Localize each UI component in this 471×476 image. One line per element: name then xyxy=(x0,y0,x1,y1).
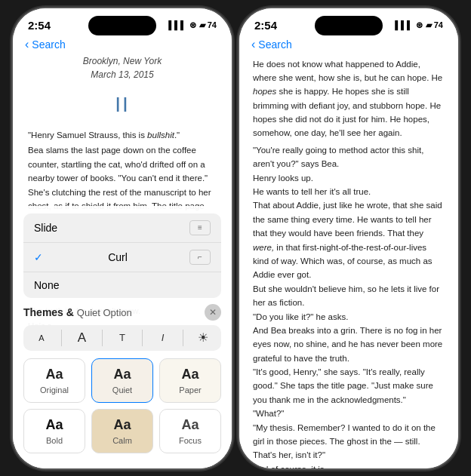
theme-focus-aa: Aa xyxy=(181,417,199,433)
book-header-line1: Brooklyn, New York xyxy=(28,54,217,69)
para-1: "Henry Samuel Strauss, this is bullshit.… xyxy=(28,128,217,142)
slide-icon: ≡ xyxy=(189,220,211,235)
right-time: 2:54 xyxy=(254,19,277,32)
left-nav-bar[interactable]: ‹ Search xyxy=(13,35,232,54)
curl-label: Curl xyxy=(108,251,128,263)
right-nav-bar[interactable]: ‹ Search xyxy=(239,35,458,54)
overlay-panel: Slide ≡ ✓ Curl ⌐ None Themes & Qui xyxy=(13,206,232,468)
font-family-icon[interactable]: T xyxy=(112,330,133,346)
font-style-icon[interactable]: I xyxy=(152,330,174,346)
right-para-3: Henry looks up. xyxy=(253,171,445,185)
right-para-6: But she wouldn't believe him, so he lets… xyxy=(253,282,445,310)
font-controls-row: A A T I ☀ xyxy=(23,325,221,351)
book-header-line2: March 13, 2015 xyxy=(28,68,217,82)
book-header: Brooklyn, New York March 13, 2015 xyxy=(28,54,217,82)
close-button[interactable]: ✕ xyxy=(205,304,221,321)
font-divider-3 xyxy=(142,330,143,346)
brightness-icon[interactable]: ☀ xyxy=(192,330,214,346)
right-nav-label[interactable]: Search xyxy=(258,38,291,51)
right-para-7: "Do you like it?" he asks. xyxy=(253,310,445,324)
left-phone: 2:54 ▌▌▌ ⊛ ▰ 74 ‹ Search Brooklyn, New Y… xyxy=(13,8,232,468)
curl-icon: ⌐ xyxy=(189,250,211,265)
slide-label: Slide xyxy=(34,222,57,234)
font-small-btn[interactable]: A xyxy=(31,333,52,342)
right-battery-icon: ▰ 74 xyxy=(426,20,443,30)
curl-check: ✓ xyxy=(34,251,43,263)
right-para-2: "You're really going to method actor thi… xyxy=(253,143,445,171)
font-large-btn[interactable]: A xyxy=(72,330,93,345)
wifi-icon: ⊛ xyxy=(189,20,196,30)
right-para-5: That about Addie, just like he wrote, th… xyxy=(253,198,445,281)
theme-grid: Aa Original Aa Quiet Aa Paper Aa Bold xyxy=(23,358,221,453)
slide-option-none[interactable]: None xyxy=(23,272,221,298)
right-status-icons: ▌▌▌ ⊛ ▰ 74 xyxy=(395,20,443,30)
right-phone: 2:54 ▌▌▌ ⊛ ▰ 74 ‹ Search He does not kno… xyxy=(239,8,458,468)
theme-original-label: Original xyxy=(40,385,69,395)
back-arrow-icon: ‹ xyxy=(25,38,29,51)
theme-paper-aa: Aa xyxy=(181,367,199,382)
theme-focus-label: Focus xyxy=(179,436,202,445)
right-para-8: And Bea breaks into a grin. There is no … xyxy=(253,324,445,365)
right-para-1: He does not know what happened to Addie,… xyxy=(253,57,445,140)
theme-paper[interactable]: Aa Paper xyxy=(159,358,221,403)
slide-option-slide[interactable]: Slide ≡ xyxy=(23,213,221,243)
right-signal-icon: ▌▌▌ xyxy=(395,20,412,29)
theme-calm[interactable]: Aa Calm xyxy=(91,409,153,453)
theme-original-aa: Aa xyxy=(45,367,63,382)
right-para-9: "It's good, Henry," she says. "It's real… xyxy=(253,365,445,407)
none-label: None xyxy=(34,279,59,291)
right-para-11: "My thesis. Remember? I wanted to do it … xyxy=(253,421,445,462)
right-para-4: He wants to tell her it's all true. xyxy=(253,185,445,198)
themes-title: Themes & Quiet Option xyxy=(23,306,132,318)
left-phone-inner: 2:54 ▌▌▌ ⊛ ▰ 74 ‹ Search Brooklyn, New Y… xyxy=(13,8,232,468)
right-book-content: He does not know what happened to Addie,… xyxy=(239,54,458,468)
left-status-icons: ▌▌▌ ⊛ ▰ 74 xyxy=(168,20,217,30)
slide-options-container: Slide ≡ ✓ Curl ⌐ None xyxy=(23,213,221,298)
theme-focus[interactable]: Aa Focus xyxy=(159,409,221,453)
font-divider-2 xyxy=(102,330,103,346)
theme-bold[interactable]: Aa Bold xyxy=(23,409,85,453)
battery-icon: ▰ 74 xyxy=(199,20,217,30)
theme-quiet-label: Quiet xyxy=(112,385,132,395)
quiet-option-label: Quiet Option xyxy=(77,307,132,318)
right-phone-inner: 2:54 ▌▌▌ ⊛ ▰ 74 ‹ Search He does not kno… xyxy=(239,8,458,468)
left-time: 2:54 xyxy=(28,19,51,32)
slide-option-curl[interactable]: ✓ Curl ⌐ xyxy=(23,243,221,272)
right-back-arrow-icon: ‹ xyxy=(251,38,255,51)
theme-quiet-aa: Aa xyxy=(113,367,131,382)
theme-paper-label: Paper xyxy=(179,385,201,395)
signal-icon: ▌▌▌ xyxy=(168,20,186,29)
theme-bold-label: Bold xyxy=(46,436,63,445)
right-para-12: And of course, it is. xyxy=(253,462,445,468)
theme-calm-aa: Aa xyxy=(113,417,131,433)
theme-original[interactable]: Aa Original xyxy=(23,358,85,403)
font-divider-4 xyxy=(183,330,183,346)
font-divider-1 xyxy=(61,330,62,346)
chapter-number: II xyxy=(28,88,217,121)
theme-calm-label: Calm xyxy=(112,436,132,445)
theme-bold-aa: Aa xyxy=(45,417,63,433)
right-status-bar: 2:54 ▌▌▌ ⊛ ▰ 74 xyxy=(239,8,458,35)
phones-container: 2:54 ▌▌▌ ⊛ ▰ 74 ‹ Search Brooklyn, New Y… xyxy=(13,8,458,468)
themes-header: Themes & Quiet Option ✕ xyxy=(23,304,221,321)
theme-quiet[interactable]: Aa Quiet xyxy=(91,358,153,403)
left-nav-label[interactable]: Search xyxy=(32,38,65,51)
right-wifi-icon: ⊛ xyxy=(416,20,423,30)
left-status-bar: 2:54 ▌▌▌ ⊛ ▰ 74 xyxy=(13,8,232,35)
right-para-10: "What?" xyxy=(253,407,445,420)
